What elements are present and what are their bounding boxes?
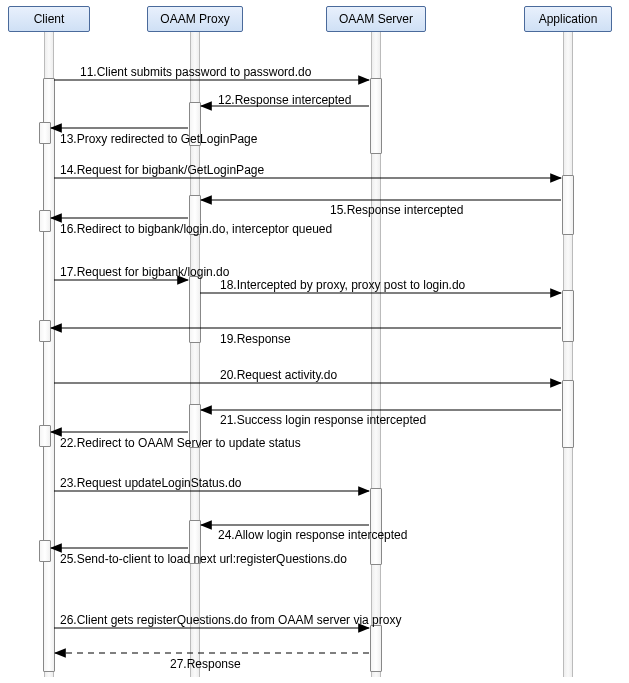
- activation-client-r3: [39, 320, 51, 342]
- lifeline-app: [563, 32, 573, 677]
- actor-client: Client: [8, 6, 90, 32]
- activation-proxy-3: [189, 276, 201, 343]
- activation-app-1: [562, 175, 574, 235]
- activation-client-r2: [39, 210, 51, 232]
- msg-16: 16.Redirect to bigbank/login.do, interce…: [60, 222, 332, 236]
- msg-12: 12.Response intercepted: [218, 93, 351, 107]
- msg-25: 25.Send-to-client to load next url:regis…: [60, 552, 347, 566]
- msg-24: 24.Allow login response intercepted: [218, 528, 407, 542]
- msg-23: 23.Request updateLoginStatus.do: [60, 476, 241, 490]
- activation-client-r5: [39, 540, 51, 562]
- actor-application: Application: [524, 6, 612, 32]
- msg-21: 21.Success login response intercepted: [220, 413, 426, 427]
- msg-22: 22.Redirect to OAAM Server to update sta…: [60, 436, 301, 450]
- msg-13: 13.Proxy redirected to GetLoginPage: [60, 132, 257, 146]
- activation-app-3: [562, 380, 574, 448]
- msg-19: 19.Response: [220, 332, 291, 346]
- msg-14: 14.Request for bigbank/GetLoginPage: [60, 163, 264, 177]
- actor-oaam-proxy: OAAM Proxy: [147, 6, 243, 32]
- activation-client-r4: [39, 425, 51, 447]
- activation-server-3: [370, 625, 382, 672]
- msg-15: 15.Response intercepted: [330, 203, 463, 217]
- activation-client-r1: [39, 122, 51, 144]
- msg-26: 26.Client gets registerQuestions.do from…: [60, 613, 401, 627]
- activation-server-1: [370, 78, 382, 154]
- sequence-diagram: Client OAAM Proxy OAAM Server Applicatio…: [0, 0, 629, 683]
- actor-oaam-server: OAAM Server: [326, 6, 426, 32]
- activation-client-main: [43, 78, 55, 672]
- msg-20: 20.Request activity.do: [220, 368, 337, 382]
- msg-27: 27.Response: [170, 657, 241, 671]
- msg-17: 17.Request for bigbank/login.do: [60, 265, 229, 279]
- activation-app-2: [562, 290, 574, 342]
- msg-11: 11.Client submits password to password.d…: [80, 65, 311, 79]
- msg-18: 18.Intercepted by proxy, proxy post to l…: [220, 278, 465, 292]
- activation-server-2: [370, 488, 382, 565]
